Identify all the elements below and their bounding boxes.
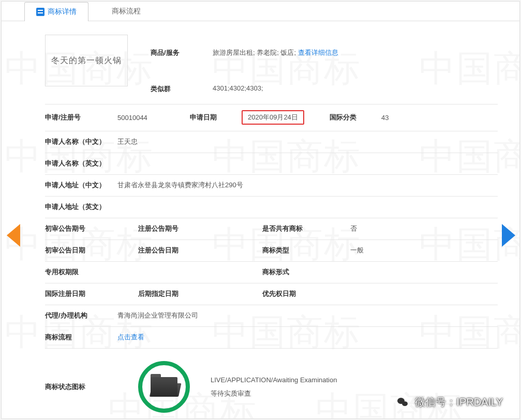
tm-type-label: 商标类型 bbox=[262, 246, 350, 255]
folder-icon bbox=[151, 377, 177, 397]
addr-en-label: 申请人地址（英文） bbox=[45, 202, 117, 212]
wechat-id: IPRDAILY bbox=[456, 396, 503, 408]
reg-ann-no-label: 注册公告期号 bbox=[138, 224, 262, 233]
addr-cn-label: 申请人地址（中文） bbox=[45, 181, 117, 190]
similar-group-value: 4301;4302;4303; bbox=[213, 84, 498, 94]
detail-icon bbox=[36, 8, 44, 16]
wechat-label: 微信号： bbox=[415, 396, 456, 408]
status-icon bbox=[138, 361, 190, 413]
next-arrow[interactable] bbox=[502, 224, 515, 247]
flow-link[interactable]: 点击查看 bbox=[117, 333, 144, 341]
exclusive-period-label: 专用权期限 bbox=[45, 267, 262, 277]
similar-group-label: 类似群 bbox=[151, 84, 213, 94]
app-date-value: 2020年09月24日 bbox=[242, 110, 304, 125]
tab-detail-label: 商标详情 bbox=[48, 7, 77, 17]
applicant-cn-value: 王天忠 bbox=[117, 137, 498, 146]
tab-flow-label: 商标流程 bbox=[112, 7, 141, 16]
later-date-label: 后期指定日期 bbox=[138, 289, 262, 298]
intl-reg-date-label: 国际注册日期 bbox=[45, 289, 138, 298]
joint-label: 是否共有商标 bbox=[262, 224, 350, 233]
first-ann-date-label: 初审公告日期 bbox=[45, 246, 138, 255]
status-label: 商标状态图标 bbox=[45, 382, 117, 392]
tm-form-label: 商标形式 bbox=[262, 267, 498, 277]
detail-panel: 冬天的第一顿火锅 商品/服务 旅游房屋出租; 养老院; 饭店; 查看详细信息 类… bbox=[2, 21, 519, 419]
reg-no-label: 申请/注册号 bbox=[45, 113, 117, 122]
flow-icon bbox=[100, 7, 109, 16]
joint-value: 否 bbox=[350, 224, 498, 233]
first-ann-no-label: 初审公告期号 bbox=[45, 224, 138, 233]
status-line-en: LIVE/APPLICATION/Awaiting Examination bbox=[211, 373, 337, 387]
tab-detail[interactable]: 商标详情 bbox=[24, 2, 88, 21]
goods-value: 旅游房屋出租; 养老院; 饭店; bbox=[213, 49, 298, 56]
prev-arrow[interactable] bbox=[7, 224, 20, 247]
agent-value: 青海尚润企业管理有限公司 bbox=[117, 311, 498, 320]
intl-class-label: 国际分类 bbox=[330, 113, 381, 122]
applicant-cn-label: 申请人名称（中文） bbox=[45, 137, 117, 146]
agent-label: 代理/办理机构 bbox=[45, 311, 117, 320]
tm-type-value: 一般 bbox=[350, 246, 498, 255]
status-line-cn: 等待实质审查 bbox=[211, 387, 337, 400]
wechat-footer: 微信号：IPRDAILY bbox=[395, 395, 503, 409]
reg-no-value: 50010044 bbox=[117, 114, 190, 122]
tab-bar: 商标详情 商标流程 bbox=[2, 2, 519, 21]
trademark-image: 冬天的第一顿火锅 bbox=[45, 35, 128, 86]
reg-ann-date-label: 注册公告日期 bbox=[138, 246, 262, 255]
tab-flow[interactable]: 商标流程 bbox=[88, 2, 153, 21]
priority-date-label: 优先权日期 bbox=[262, 289, 498, 298]
applicant-en-label: 申请人名称（英文） bbox=[45, 159, 117, 168]
goods-detail-link[interactable]: 查看详细信息 bbox=[298, 49, 338, 56]
intl-class-value: 43 bbox=[381, 114, 498, 122]
trademark-text: 冬天的第一顿火锅 bbox=[51, 55, 122, 66]
app-date-label: 申请日期 bbox=[190, 113, 242, 122]
addr-cn-value: 甘肃省永登县龙泉寺镇费家湾村八社290号 bbox=[117, 181, 498, 190]
flow-label: 商标流程 bbox=[45, 333, 117, 342]
wechat-icon bbox=[395, 395, 410, 409]
goods-label: 商品/服务 bbox=[151, 48, 213, 57]
